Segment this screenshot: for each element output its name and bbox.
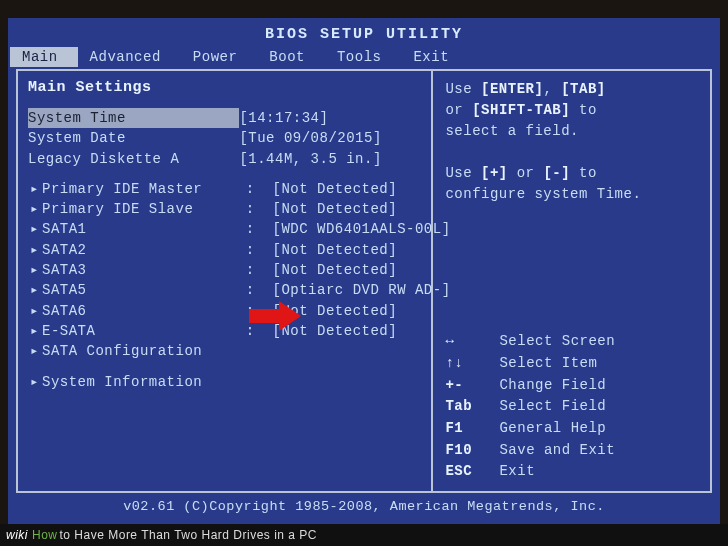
device-primary-ide-master[interactable]: Primary IDE Master : [Not Detected] xyxy=(28,179,419,199)
menu-exit[interactable]: Exit xyxy=(401,47,469,67)
label: SATA1 xyxy=(42,219,246,239)
value: : [Not Detected] xyxy=(246,199,420,219)
value: [1.44M, 3.5 in.] xyxy=(239,149,419,169)
right-panel: Use [ENTER], [TAB] or [SHIFT-TAB] to sel… xyxy=(433,71,710,491)
key-general-help: F1General Help xyxy=(445,418,698,440)
device-sata2[interactable]: SATA2 : [Not Detected] xyxy=(28,240,419,260)
label: System Date xyxy=(28,128,239,148)
value xyxy=(246,341,420,361)
menu-bar: Main Advanced Power Boot Tools Exit xyxy=(10,47,718,69)
left-panel: Main Settings System Time [14:17:34] Sys… xyxy=(18,71,433,491)
device-primary-ide-slave[interactable]: Primary IDE Slave : [Not Detected] xyxy=(28,199,419,219)
label: System Information xyxy=(42,372,246,392)
setting-legacy-diskette[interactable]: Legacy Diskette A [1.44M, 3.5 in.] xyxy=(28,149,419,169)
caption-text: to Have More Than Two Hard Drives in a P… xyxy=(60,528,318,542)
menu-tools[interactable]: Tools xyxy=(325,47,402,67)
system-information[interactable]: System Information xyxy=(28,372,419,392)
value: : [WDC WD6401AALS-00L] xyxy=(246,219,451,239)
value: [14:17:34] xyxy=(239,108,419,128)
value xyxy=(246,372,420,392)
key-select-screen: ↔Select Screen xyxy=(445,331,698,353)
key-change-field: +-Change Field xyxy=(445,375,698,397)
key-legend: ↔Select Screen ↑↓Select Item +-Change Fi… xyxy=(445,331,698,483)
menu-main[interactable]: Main xyxy=(10,47,78,67)
help-text: Use [ENTER], [TAB] or [SHIFT-TAB] to sel… xyxy=(445,79,698,205)
value: : [Optiarc DVD RW AD-] xyxy=(246,280,451,300)
bios-title: BIOS SETUP UTILITY xyxy=(10,20,718,47)
label: System Time xyxy=(28,108,239,128)
wikihow-logo: wiki xyxy=(6,528,28,542)
device-sata6[interactable]: SATA6 : [Not Detected] xyxy=(28,301,419,321)
value: [Tue 09/08/2015] xyxy=(239,128,419,148)
section-title: Main Settings xyxy=(28,79,419,96)
label: SATA Configuration xyxy=(42,341,246,361)
label: Primary IDE Slave xyxy=(42,199,246,219)
content-panels: Main Settings System Time [14:17:34] Sys… xyxy=(16,69,712,493)
label: Primary IDE Master xyxy=(42,179,246,199)
key-save-exit: F10Save and Exit xyxy=(445,440,698,462)
label: SATA2 xyxy=(42,240,246,260)
bios-window: BIOS SETUP UTILITY Main Advanced Power B… xyxy=(8,18,720,524)
device-sata-configuration[interactable]: SATA Configuration xyxy=(28,341,419,361)
value: : [Not Detected] xyxy=(246,240,420,260)
value: : [Not Detected] xyxy=(246,179,420,199)
label: SATA5 xyxy=(42,280,246,300)
device-esata[interactable]: E-SATA : [Not Detected] xyxy=(28,321,419,341)
key-select-item: ↑↓Select Item xyxy=(445,353,698,375)
bios-footer: v02.61 (C)Copyright 1985-2008, American … xyxy=(10,493,718,522)
key-select-field: TabSelect Field xyxy=(445,396,698,418)
key-exit: ESCExit xyxy=(445,461,698,483)
label: SATA6 xyxy=(42,301,246,321)
label: Legacy Diskette A xyxy=(28,149,239,169)
device-sata3[interactable]: SATA3 : [Not Detected] xyxy=(28,260,419,280)
red-arrow-icon xyxy=(249,301,301,331)
device-sata5[interactable]: SATA5 : [Optiarc DVD RW AD-] xyxy=(28,280,419,300)
menu-power[interactable]: Power xyxy=(181,47,258,67)
svg-marker-0 xyxy=(249,301,301,331)
setting-system-date[interactable]: System Date [Tue 09/08/2015] xyxy=(28,128,419,148)
device-sata1[interactable]: SATA1 : [WDC WD6401AALS-00L] xyxy=(28,219,419,239)
caption-bar: wiki How to Have More Than Two Hard Driv… xyxy=(0,524,728,546)
value: : [Not Detected] xyxy=(246,260,420,280)
caption-how: How xyxy=(32,528,58,542)
menu-boot[interactable]: Boot xyxy=(257,47,325,67)
label: E-SATA xyxy=(42,321,246,341)
label: SATA3 xyxy=(42,260,246,280)
setting-system-time[interactable]: System Time [14:17:34] xyxy=(28,108,419,128)
menu-advanced[interactable]: Advanced xyxy=(78,47,181,67)
